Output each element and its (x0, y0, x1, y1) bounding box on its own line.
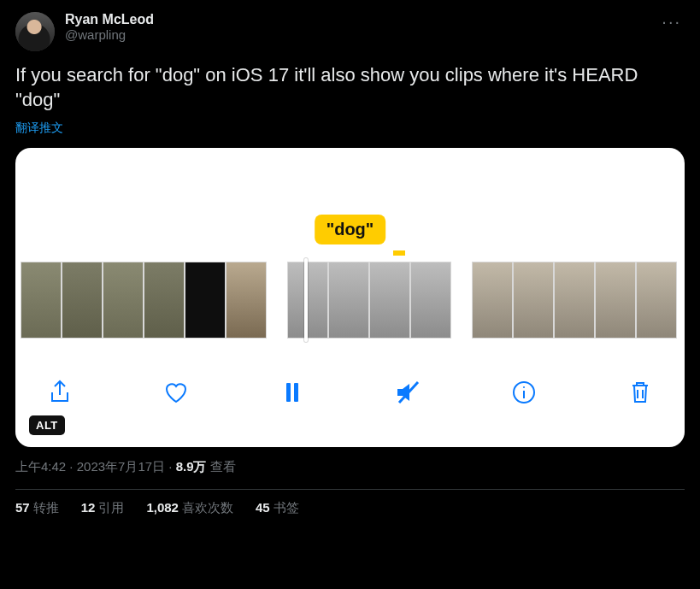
mute-button[interactable] (391, 375, 425, 409)
share-icon (46, 379, 74, 406)
pause-icon (279, 379, 306, 406)
clip-group-2[interactable] (287, 262, 451, 339)
search-term-flag: "dog" (315, 215, 386, 244)
video-frame (226, 262, 267, 339)
share-button[interactable] (43, 375, 77, 409)
flag-tick (393, 250, 405, 256)
media-toolbar (15, 367, 685, 418)
video-frame (369, 262, 410, 339)
stat-quotes[interactable]: 12引用 (81, 500, 125, 516)
video-frame (103, 262, 144, 339)
author-names[interactable]: Ryan McLeod @warpling (65, 12, 658, 42)
video-frame (472, 262, 513, 339)
video-frame (287, 262, 328, 339)
divider (15, 489, 685, 490)
video-frame (185, 262, 226, 339)
tweet-time[interactable]: 上午4:42 (15, 459, 66, 474)
info-icon (510, 379, 538, 406)
video-frame (144, 262, 185, 339)
like-button[interactable] (159, 375, 193, 409)
more-button[interactable]: ··· (658, 12, 685, 32)
stat-bookmarks[interactable]: 45书签 (256, 500, 299, 516)
video-frame (554, 262, 595, 339)
avatar[interactable] (15, 12, 55, 51)
media-card[interactable]: "dog" (15, 148, 685, 447)
views-label: 查看 (210, 459, 236, 474)
video-scrubber-strip[interactable] (15, 262, 685, 339)
svg-rect-1 (294, 383, 298, 402)
video-frame (21, 262, 62, 339)
svg-rect-0 (286, 383, 291, 402)
author-handle: @warpling (65, 27, 658, 42)
svg-point-5 (523, 386, 525, 388)
tweet-meta: 上午4:422023年7月17日8.9万 查看 (15, 459, 685, 475)
trash-icon (626, 379, 654, 406)
video-frame (595, 262, 636, 339)
tweet: Ryan McLeod @warpling ··· If you search … (15, 12, 685, 516)
alt-badge[interactable]: ALT (29, 415, 65, 435)
heart-icon (162, 379, 190, 406)
mute-icon (394, 379, 421, 406)
info-button[interactable] (507, 375, 541, 409)
author-display-name: Ryan McLeod (65, 12, 658, 27)
video-frame (410, 262, 451, 339)
translate-link[interactable]: 翻译推文 (15, 121, 63, 136)
tweet-date[interactable]: 2023年7月17日 (77, 459, 165, 474)
video-frame (636, 262, 677, 339)
pause-button[interactable] (275, 375, 309, 409)
stat-retweets[interactable]: 57转推 (15, 500, 59, 516)
stat-likes[interactable]: 1,082喜欢次数 (146, 500, 233, 516)
tweet-header: Ryan McLeod @warpling ··· (15, 12, 685, 51)
tweet-text: If you search for "dog" on iOS 17 it'll … (15, 63, 685, 112)
clip-group-1[interactable] (21, 262, 267, 339)
tweet-stats: 57转推 12引用 1,082喜欢次数 45书签 (15, 500, 685, 516)
views-count: 8.9万 (176, 459, 207, 474)
playhead[interactable] (304, 258, 308, 342)
video-frame (328, 262, 369, 339)
video-frame (513, 262, 554, 339)
trash-button[interactable] (623, 375, 657, 409)
clip-group-3[interactable] (472, 262, 677, 339)
video-frame (62, 262, 103, 339)
